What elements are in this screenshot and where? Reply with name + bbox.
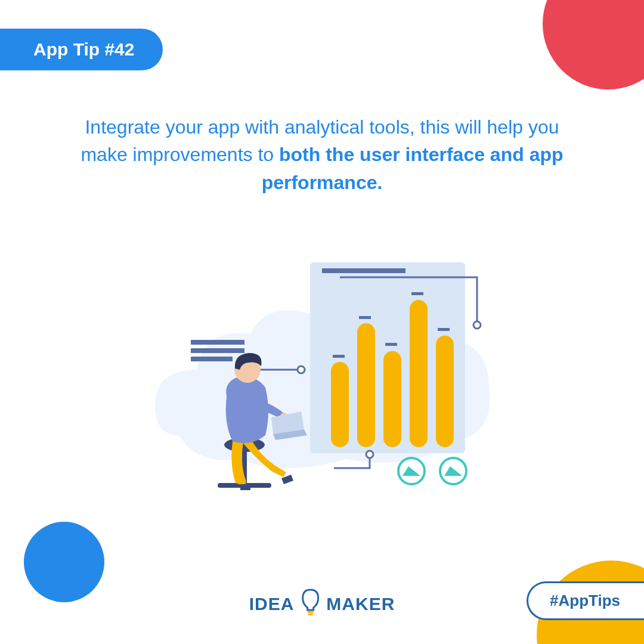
- svg-rect-9: [191, 357, 233, 361]
- lightbulb-icon: [299, 587, 321, 620]
- decorative-red-circle: [543, 0, 644, 89]
- svg-rect-18: [385, 343, 397, 346]
- svg-point-10: [366, 451, 373, 458]
- tip-body: Integrate your app with analytical tools…: [72, 113, 572, 196]
- chart-bar: [383, 351, 401, 447]
- hashtag-label: #AppTips: [550, 592, 620, 609]
- chart-bar: [436, 336, 454, 447]
- hashtag-pill: #AppTips: [527, 581, 644, 620]
- svg-rect-16: [333, 355, 345, 358]
- svg-rect-19: [411, 292, 423, 295]
- svg-point-5: [473, 321, 481, 329]
- tip-badge-label: App Tip #42: [33, 39, 134, 59]
- tip-text-bold: both the user interface and app performa…: [262, 144, 564, 193]
- svg-rect-17: [359, 316, 371, 319]
- tip-badge: App Tip #42: [0, 29, 163, 70]
- chart-bar: [357, 323, 375, 447]
- chart-bar: [410, 300, 428, 447]
- svg-rect-22: [308, 614, 312, 615]
- svg-rect-1: [322, 268, 405, 273]
- analytics-illustration: [131, 221, 513, 507]
- svg-point-6: [298, 366, 305, 373]
- brand-logo: IDEA MAKER: [249, 587, 395, 620]
- svg-rect-21: [307, 611, 313, 613]
- svg-rect-8: [191, 348, 244, 353]
- decorative-blue-circle: [24, 522, 104, 602]
- logo-word-2: MAKER: [326, 594, 395, 614]
- logo-word-1: IDEA: [249, 594, 295, 614]
- svg-rect-20: [438, 328, 450, 331]
- svg-rect-7: [191, 340, 244, 345]
- chart-bar: [331, 362, 349, 447]
